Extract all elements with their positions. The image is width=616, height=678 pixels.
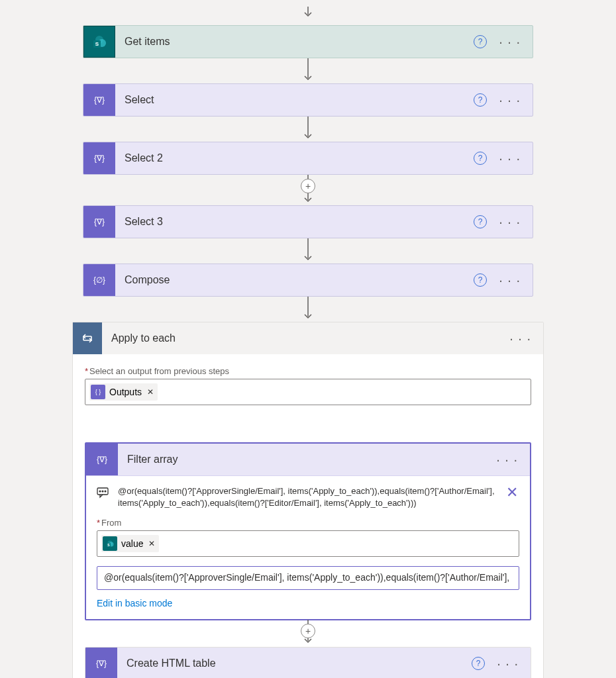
from-label: *From <box>97 518 519 528</box>
step-title: Select <box>115 84 474 116</box>
step-select[interactable]: {∇} Select ? · · · <box>83 83 533 117</box>
more-menu[interactable]: · · · <box>499 215 521 228</box>
loop-icon <box>73 322 102 354</box>
nested-title: Create HTML table <box>117 657 472 669</box>
step-get-items[interactable]: S Get items ? · · · <box>83 25 533 58</box>
step-compose[interactable]: {∅} Compose ? · · · <box>83 264 533 297</box>
svg-text:S: S <box>95 41 99 47</box>
arrow: + <box>85 620 531 646</box>
add-step-button[interactable]: + <box>301 179 315 193</box>
compose-icon: {∅} <box>83 264 115 296</box>
more-menu[interactable]: · · · <box>497 657 519 670</box>
scope-title: Apply to each <box>102 332 509 344</box>
data-operation-icon: {∇} <box>83 142 115 174</box>
feedback-icon <box>97 487 111 501</box>
edit-basic-mode-link[interactable]: Edit in basic mode <box>97 598 519 608</box>
token-remove[interactable]: ✕ <box>148 539 155 548</box>
svg-text:{∇}: {∇} <box>96 659 107 668</box>
compose-token-icon: { } <box>91 385 105 399</box>
nested-title: Filter array <box>118 454 496 465</box>
data-operation-icon: {∇} <box>86 444 118 475</box>
data-operation-icon: {∇} <box>83 206 115 238</box>
help-icon[interactable]: ? <box>474 152 487 165</box>
nested-header[interactable]: {∇} Create HTML table ? · · · <box>85 648 531 678</box>
token-remove[interactable]: ✕ <box>147 387 154 397</box>
more-menu[interactable]: · · · <box>509 332 543 345</box>
svg-text:{∇}: {∇} <box>94 154 105 163</box>
help-icon[interactable]: ? <box>474 215 487 228</box>
help-icon[interactable]: ? <box>472 657 485 670</box>
step-filter-array: {∇} Filter array · · · @or(equals(item()… <box>85 442 531 620</box>
more-menu[interactable]: · · · <box>496 453 530 466</box>
step-select-3[interactable]: {∇} Select 3 ? · · · <box>83 205 533 238</box>
step-title: Get items <box>115 26 474 58</box>
arrow: + <box>303 175 313 205</box>
step-apply-to-each: Apply to each · · · *Select an output fr… <box>72 322 544 678</box>
more-menu[interactable]: · · · <box>499 273 521 287</box>
step-select-2[interactable]: {∇} Select 2 ? · · · <box>83 142 533 175</box>
help-icon[interactable]: ? <box>474 35 487 48</box>
help-icon[interactable]: ? <box>474 93 487 107</box>
from-input[interactable]: S value ✕ <box>97 530 519 557</box>
step-create-html-table: {∇} Create HTML table ? · · · *From <box>85 647 531 678</box>
condition-input[interactable]: @or(equals(item()?['ApproverSingle/Email… <box>97 566 519 590</box>
output-from-input[interactable]: { } Outputs ✕ <box>85 379 531 405</box>
svg-text:{∇}: {∇} <box>94 217 105 226</box>
scope-header[interactable]: Apply to each · · · <box>73 322 543 354</box>
svg-text:{∇}: {∇} <box>94 95 105 105</box>
token-value[interactable]: S value ✕ <box>101 535 159 552</box>
svg-text:{ }: { } <box>95 389 101 395</box>
close-icon[interactable]: ✕ <box>505 485 519 500</box>
output-from-label: *Select an output from previous steps <box>85 366 531 376</box>
token-outputs[interactable]: { } Outputs ✕ <box>89 383 158 401</box>
data-operation-icon: {∇} <box>85 648 117 678</box>
step-title: Compose <box>115 264 474 296</box>
svg-point-13 <box>105 491 106 492</box>
more-menu[interactable]: · · · <box>499 152 521 165</box>
svg-text:{∅}: {∅} <box>93 275 105 285</box>
more-menu[interactable]: · · · <box>499 35 521 48</box>
arrow <box>303 297 313 322</box>
more-menu[interactable]: · · · <box>499 93 521 107</box>
step-title: Select 3 <box>115 206 474 238</box>
arrow <box>303 117 313 142</box>
svg-text:{∇}: {∇} <box>97 455 107 464</box>
step-title: Select 2 <box>115 142 474 174</box>
sharepoint-icon: S <box>83 26 115 58</box>
svg-point-11 <box>99 491 101 492</box>
add-step-button[interactable]: + <box>301 624 315 638</box>
arrow <box>303 58 313 83</box>
nested-header[interactable]: {∇} Filter array · · · <box>86 444 530 476</box>
arrow <box>303 0 313 25</box>
sharepoint-token-icon: S <box>103 536 117 551</box>
arrow <box>303 238 313 264</box>
expression-text: @or(equals(item()?['ApproverSingle/Email… <box>118 485 498 508</box>
data-operation-icon: {∇} <box>83 84 115 116</box>
svg-point-12 <box>102 491 103 492</box>
help-icon[interactable]: ? <box>474 273 487 287</box>
